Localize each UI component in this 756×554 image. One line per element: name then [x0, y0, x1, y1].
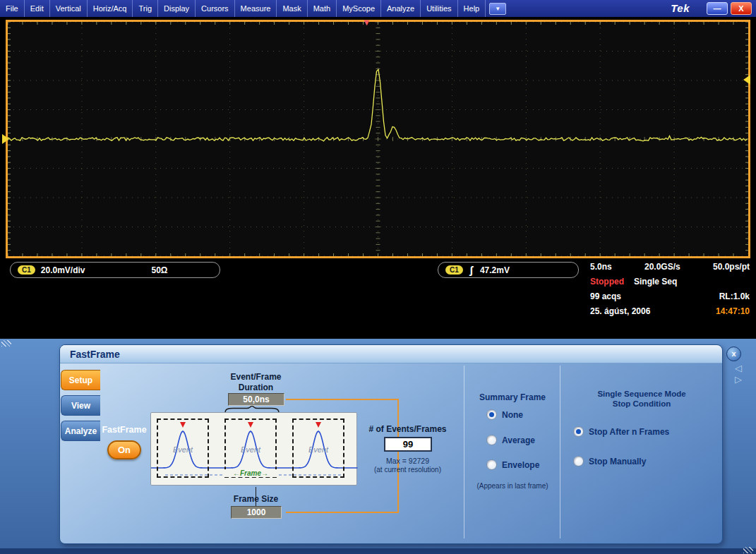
summary-frame-label: Summary Frame: [467, 392, 558, 402]
stop-condition-line2: Stop Condition: [565, 399, 719, 409]
fastframe-on-button[interactable]: On: [107, 440, 141, 459]
menu-more-button[interactable]: ▼: [489, 3, 506, 15]
duration-label-line1: Event/Frame: [205, 372, 307, 383]
prev-page-icon[interactable]: ◁: [735, 363, 742, 373]
resolution-readout: 50.0ps/pt: [713, 262, 750, 272]
summary-note: (Appears in last frame): [464, 482, 560, 490]
minimize-button[interactable]: —: [707, 2, 728, 15]
duration-label: Event/Frame Duration: [205, 372, 307, 393]
termination-readout: 50Ω: [152, 265, 168, 275]
timebase-readout: 5.0ns: [590, 262, 612, 272]
stop-condition-label: Single Sequence Mode Stop Condition: [565, 389, 719, 409]
tek-logo: Tek: [671, 2, 690, 14]
chevron-down-icon: ▼: [495, 6, 500, 12]
trigger-level-marker[interactable]: [743, 75, 750, 85]
radio-label: Average: [502, 435, 535, 445]
menu-item-trig[interactable]: Trig: [133, 0, 158, 17]
menu-bar: File Edit Vertical Horiz/Acq Trig Displa…: [0, 0, 756, 17]
events-max-note: Max = 92729: [356, 457, 459, 465]
menu-item-measure[interactable]: Measure: [235, 0, 277, 17]
sample-rate-readout: 20.0GS/s: [644, 262, 680, 272]
time-readout: 14:47:10: [716, 306, 750, 316]
menu-item-edit[interactable]: Edit: [25, 0, 50, 17]
menu-item-myscope[interactable]: MyScope: [337, 0, 381, 17]
channel-reference-marker[interactable]: [2, 134, 9, 144]
record-length: RL:1.0k: [719, 291, 750, 301]
tab-setup[interactable]: Setup: [61, 370, 100, 390]
stop-condition-line1: Single Sequence Mode: [565, 389, 719, 399]
frame-span-label: ←Frame→: [224, 469, 277, 477]
duration-label-line2: Duration: [205, 383, 307, 393]
duration-value-field[interactable]: 50,0ns: [228, 393, 284, 406]
menu-item-math[interactable]: Math: [308, 0, 337, 17]
panel-close-button[interactable]: x: [726, 347, 741, 361]
radio-label: Stop Manually: [589, 457, 646, 466]
trigger-level-readout: 47.2mV: [480, 265, 510, 275]
events-count-label: # of Events/Frames: [356, 424, 459, 435]
radio-button-icon: [486, 409, 497, 420]
waveform-display: [6, 20, 750, 258]
menu-item-display[interactable]: Display: [158, 0, 196, 17]
radio-stop-after-n-frames[interactable]: Stop After n Frames: [573, 426, 669, 437]
event-label-2: Event: [224, 445, 277, 454]
menu-item-vertical[interactable]: Vertical: [50, 0, 88, 17]
radio-summary-average[interactable]: Average: [486, 435, 535, 445]
bottom-edge: [0, 548, 756, 554]
menu-item-mask[interactable]: Mask: [277, 0, 307, 17]
graticule-and-trace: [8, 22, 748, 256]
radio-button-icon: [486, 459, 497, 470]
radio-label: None: [502, 410, 523, 420]
resize-grip[interactable]: [1, 340, 11, 347]
radio-summary-none[interactable]: None: [486, 409, 523, 420]
close-button[interactable]: X: [731, 2, 752, 15]
menu-item-help[interactable]: Help: [458, 0, 486, 17]
menu-item-cursors[interactable]: Cursors: [196, 0, 235, 17]
menu-item-utilities[interactable]: Utilities: [421, 0, 457, 17]
event-label-1: Event: [157, 445, 209, 454]
events-resolution-note: (at current resolution): [350, 466, 465, 474]
radio-stop-manually[interactable]: Stop Manually: [573, 456, 646, 466]
next-page-icon[interactable]: ▷: [735, 374, 742, 385]
resize-grip[interactable]: [743, 547, 753, 553]
menu-item-analyze[interactable]: Analyze: [381, 0, 421, 17]
vertical-scale: 20.0mV/div: [41, 265, 85, 275]
section-divider: [560, 366, 560, 538]
radio-label: Envelope: [502, 460, 539, 470]
tab-view[interactable]: View: [61, 395, 100, 416]
fastframe-toggle-label: FastFrame: [97, 425, 151, 435]
menu-item-file[interactable]: File: [0, 0, 25, 17]
radio-button-icon: [573, 456, 584, 466]
section-divider: [464, 366, 464, 538]
radio-button-icon: [573, 426, 584, 437]
menu-item-horiz-acq[interactable]: Horiz/Acq: [88, 0, 133, 17]
acquisition-state: Stopped: [590, 277, 624, 287]
radio-summary-envelope[interactable]: Envelope: [486, 459, 539, 470]
acquisition-mode: Single Seq: [634, 277, 677, 287]
radio-button-icon: [486, 435, 497, 445]
rising-edge-icon: ∫: [470, 264, 473, 276]
trigger-source-badge: C1: [445, 265, 463, 275]
tab-analyze[interactable]: Analyze: [61, 421, 100, 441]
trigger-readout[interactable]: C1 ∫ 47.2mV: [438, 262, 579, 278]
date-readout: 25. ágúst, 2006: [590, 306, 650, 316]
frame-size-value-field[interactable]: 1000: [231, 506, 282, 519]
horizontal-readout: 5.0ns 20.0GS/s 50.0ps/pt Stopped Single …: [590, 262, 750, 321]
trigger-position-marker[interactable]: ▼: [362, 17, 371, 28]
events-count-input[interactable]: [384, 437, 432, 452]
panel-title: FastFrame: [60, 345, 722, 363]
acquisition-count: 99 acqs: [590, 291, 621, 301]
bracket-decoration: [286, 399, 399, 513]
channel-readout[interactable]: C1 20.0mV/div 50Ω: [10, 262, 220, 278]
tekscope-window: File Edit Vertical Horiz/Acq Trig Displa…: [0, 0, 756, 554]
channel-badge: C1: [18, 265, 35, 275]
radio-label: Stop After n Frames: [589, 427, 669, 437]
